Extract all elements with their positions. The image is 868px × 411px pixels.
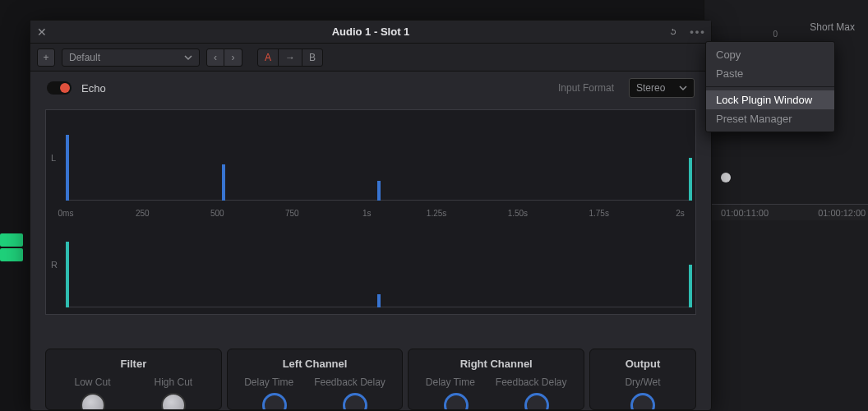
input-format-label: Input Format [558,82,614,94]
echo-tap-bar [66,242,69,307]
high-cut-knob[interactable] [161,393,186,410]
echo-visualizer: L 0ms250500 7501s1.25s 1.50s1.75s2s R [30,104,711,337]
echo-tap-bar [222,164,225,201]
lane-label-r: R [51,260,58,270]
knob-label: High Cut [154,376,192,388]
control-panels: Filter Low Cut High Cut Left Channel Del… [30,337,711,410]
add-preset-button[interactable]: + [37,48,55,67]
lane-label-l: L [51,153,56,163]
knob-label: Delay Time [244,376,293,388]
plugin-window: ✕ Audio 1 - Slot 1 ••• + Default ‹ › A →… [30,20,712,411]
menu-preset-manager[interactable]: Preset Manager [706,109,834,128]
echo-tap-bar [377,294,381,307]
right-delay-knob[interactable] [444,393,469,410]
ab-copy-button[interactable]: → [279,49,302,66]
panel-title: Left Channel [234,358,396,370]
echo-tap-bar [689,265,692,307]
left-delay-knob[interactable] [262,393,287,410]
input-format-dropdown[interactable]: Stereo [629,78,695,98]
lane-left: L [66,118,689,201]
level-slider-knob[interactable] [721,173,731,182]
panel-title: Right Channel [415,358,577,370]
meter-zero: 0 [773,30,778,39]
history-icon[interactable] [665,24,681,40]
panel-filter: Filter Low Cut High Cut [45,349,222,410]
lane-right: R [66,225,689,307]
fx-name: Echo [81,82,106,95]
preset-nav: ‹ › [206,48,242,67]
panel-output: Output Dry/Wet [589,349,696,410]
timeline-ruler[interactable]: 01:00:11:00 01:00:12:00 [704,204,868,220]
more-menu-button[interactable]: ••• [690,24,706,40]
menu-copy[interactable]: Copy [706,45,834,64]
right-feedback-knob[interactable] [524,393,549,410]
knob-label: Dry/Wet [625,376,660,388]
panel-right-channel: Right Channel Delay Time Feedback Delay [408,349,584,410]
low-cut-knob[interactable] [81,393,105,410]
input-format-value: Stereo [636,82,665,94]
preset-dropdown[interactable]: Default [62,48,200,67]
titlebar: ✕ Audio 1 - Slot 1 ••• [30,21,711,44]
ab-compare: A → B [257,48,323,67]
preset-toolbar: + Default ‹ › A → B [30,44,711,72]
bypass-toggle[interactable] [47,81,72,95]
knob-label: Feedback Delay [496,376,567,388]
menu-lock-plugin-window[interactable]: Lock Plugin Window [706,90,834,109]
menu-paste[interactable]: Paste [706,64,834,83]
close-button[interactable]: ✕ [30,25,53,39]
panel-title: Output [597,358,689,370]
timecode: 01:00:11:00 [721,208,769,218]
left-feedback-knob[interactable] [343,393,367,410]
context-menu: Copy Paste Lock Plugin Window Preset Man… [705,41,835,132]
knob-label: Delay Time [426,376,475,388]
ab-b-button[interactable]: B [302,49,322,66]
preset-next-button[interactable]: › [224,48,242,67]
timecode: 01:00:12:00 [818,208,866,218]
window-title: Audio 1 - Slot 1 [30,25,711,38]
preset-prev-button[interactable]: ‹ [206,48,224,67]
panel-title: Filter [53,358,215,370]
chevron-down-icon [679,84,687,92]
short-max-label: Short Max [810,21,855,33]
fx-header: Echo Input Format Stereo [30,72,711,104]
echo-tap-bar [377,181,381,201]
time-axis: 0ms250500 7501s1.25s 1.50s1.75s2s [66,209,689,220]
panel-left-channel: Left Channel Delay Time Feedback Delay [227,349,404,410]
echo-tap-bar [689,158,692,201]
drywet-knob[interactable] [630,393,655,410]
knob-label: Low Cut [74,376,110,388]
knob-label: Feedback Delay [314,376,386,388]
preset-name: Default [69,52,100,63]
clip-block [0,233,23,247]
ab-a-button[interactable]: A [258,49,278,66]
clip-block [0,248,23,261]
chevron-down-icon [184,53,192,62]
echo-tap-bar [66,135,69,201]
menu-separator [706,86,834,87]
